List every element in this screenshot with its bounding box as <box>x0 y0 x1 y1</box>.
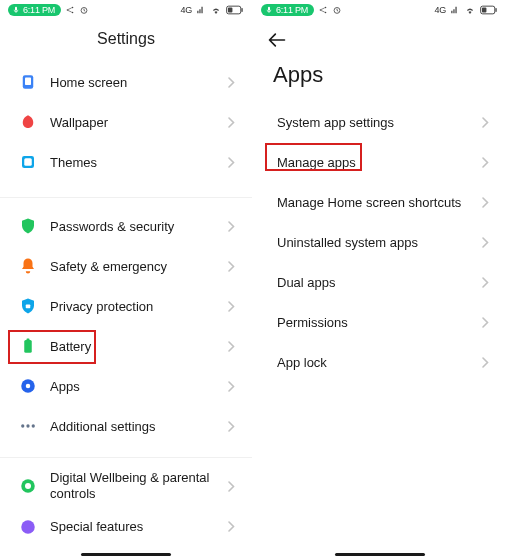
row-label: Manage apps <box>271 155 478 170</box>
svg-rect-10 <box>24 158 32 166</box>
apps-list: System app settings Manage apps Manage H… <box>253 102 506 382</box>
row-label: Apps <box>38 379 224 394</box>
privacy-icon <box>18 296 38 316</box>
status-bar: 6:11 PM 4G <box>253 0 506 20</box>
row-passwords-security[interactable]: Passwords & security <box>0 206 252 246</box>
svg-rect-27 <box>495 8 496 12</box>
chevron-right-icon <box>224 259 238 273</box>
apps-screen: 6:11 PM 4G Apps System app settings Mana… <box>253 0 506 560</box>
page-title: Settings <box>0 20 252 62</box>
row-label: Additional settings <box>38 419 224 434</box>
special-icon <box>18 517 38 537</box>
arrow-left-icon <box>267 32 287 48</box>
chevron-right-icon <box>478 195 492 209</box>
chevron-right-icon <box>224 479 238 493</box>
chevron-right-icon <box>224 219 238 233</box>
row-additional-settings[interactable]: Additional settings <box>0 406 252 446</box>
chevron-right-icon <box>224 115 238 129</box>
row-label: Special features <box>38 519 224 534</box>
chevron-right-icon <box>478 115 492 129</box>
battery-icon-status <box>480 5 498 15</box>
row-label: Safety & emergency <box>38 259 224 274</box>
dots-icon <box>18 416 38 436</box>
gesture-bar[interactable] <box>81 553 171 556</box>
row-label: Passwords & security <box>38 219 224 234</box>
shield-icon <box>18 216 38 236</box>
chevron-right-icon <box>224 75 238 89</box>
signal-4g: 4G <box>434 5 446 15</box>
row-label: Battery <box>38 339 224 354</box>
svg-point-18 <box>32 424 35 427</box>
row-label: Themes <box>38 155 224 170</box>
gear-icon <box>18 376 38 396</box>
settings-list: Home screen Wallpaper Themes Passwords &… <box>0 62 252 547</box>
chevron-right-icon <box>224 299 238 313</box>
svg-point-1 <box>72 7 74 9</box>
chevron-right-icon <box>478 355 492 369</box>
wifi-icon <box>210 5 222 15</box>
chevron-right-icon <box>478 275 492 289</box>
row-special-features[interactable]: Special features <box>0 507 252 547</box>
row-permissions[interactable]: Permissions <box>253 302 506 342</box>
chevron-right-icon <box>478 155 492 169</box>
row-label: Home screen <box>38 75 224 90</box>
mic-icon <box>12 6 20 14</box>
signal-4g: 4G <box>180 5 192 15</box>
back-button[interactable] <box>253 20 506 48</box>
battery-icon <box>18 336 38 356</box>
mic-icon <box>265 6 273 14</box>
wifi-icon <box>464 5 476 15</box>
share-icon <box>318 5 328 15</box>
row-label: Uninstalled system apps <box>271 235 478 250</box>
row-manage-apps[interactable]: Manage apps <box>253 142 506 182</box>
svg-point-16 <box>21 424 24 427</box>
row-label: Wallpaper <box>38 115 224 130</box>
row-apps[interactable]: Apps <box>0 366 252 406</box>
alarm-icon <box>332 5 342 15</box>
row-system-app-settings[interactable]: System app settings <box>253 102 506 142</box>
row-manage-home-shortcuts[interactable]: Manage Home screen shortcuts <box>253 182 506 222</box>
row-label: System app settings <box>271 115 478 130</box>
svg-rect-11 <box>26 305 31 309</box>
svg-rect-8 <box>25 78 31 86</box>
svg-rect-5 <box>241 8 242 12</box>
row-uninstalled-system-apps[interactable]: Uninstalled system apps <box>253 222 506 262</box>
row-label: App lock <box>271 355 478 370</box>
row-wallpaper[interactable]: Wallpaper <box>0 102 252 142</box>
signal-icon <box>196 5 206 15</box>
signal-icon <box>450 5 460 15</box>
chevron-right-icon <box>224 379 238 393</box>
svg-point-24 <box>325 12 327 14</box>
row-themes[interactable]: Themes <box>0 142 252 182</box>
row-battery[interactable]: Battery <box>0 326 252 366</box>
svg-point-15 <box>26 384 31 389</box>
svg-point-20 <box>25 483 31 489</box>
row-label: Digital Wellbeing & parental controls <box>38 466 224 507</box>
wellbeing-icon <box>18 476 38 496</box>
row-label: Permissions <box>271 315 478 330</box>
row-digital-wellbeing[interactable]: Digital Wellbeing & parental controls <box>0 466 252 507</box>
row-label: Dual apps <box>271 275 478 290</box>
row-safety-emergency[interactable]: Safety & emergency <box>0 246 252 286</box>
status-time: 6:11 PM <box>23 5 55 15</box>
svg-point-2 <box>72 12 74 14</box>
status-time: 6:11 PM <box>276 5 308 15</box>
svg-point-23 <box>325 7 327 9</box>
chevron-right-icon <box>224 155 238 169</box>
settings-screen: 6:11 PM 4G Settings Home screen Wallpape… <box>0 0 253 560</box>
status-bar: 6:11 PM 4G <box>0 0 252 20</box>
row-dual-apps[interactable]: Dual apps <box>253 262 506 302</box>
row-privacy-protection[interactable]: Privacy protection <box>0 286 252 326</box>
gesture-bar[interactable] <box>335 553 425 556</box>
row-app-lock[interactable]: App lock <box>253 342 506 382</box>
recording-indicator: 6:11 PM <box>8 4 61 16</box>
svg-point-21 <box>21 520 35 534</box>
row-label: Manage Home screen shortcuts <box>271 195 478 210</box>
bell-icon <box>18 256 38 276</box>
row-home-screen[interactable]: Home screen <box>0 62 252 102</box>
svg-point-17 <box>26 424 29 427</box>
row-label: Privacy protection <box>38 299 224 314</box>
wallpaper-icon <box>18 112 38 132</box>
svg-rect-13 <box>27 339 30 341</box>
chevron-right-icon <box>478 235 492 249</box>
